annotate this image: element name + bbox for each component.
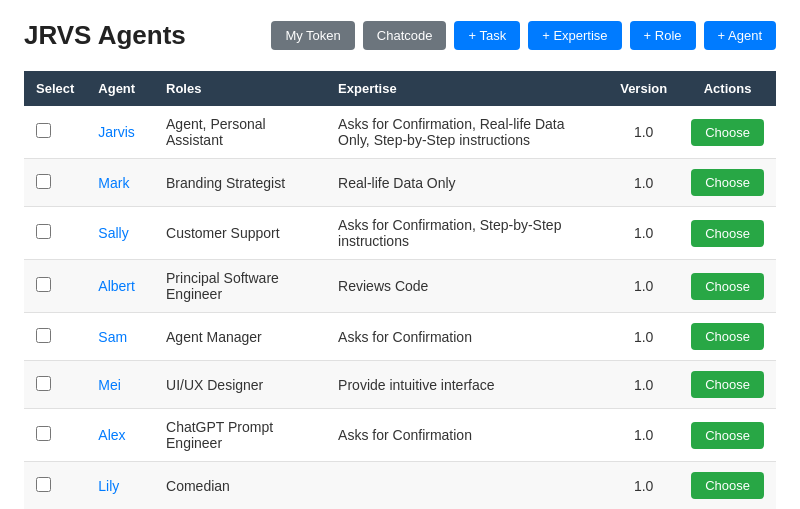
agent-expertise-6: Asks for Confirmation [326,409,608,462]
table-row: Alex ChatGPT Prompt Engineer Asks for Co… [24,409,776,462]
col-header-actions: Actions [679,71,776,106]
row-checkbox-4[interactable] [36,328,51,343]
agent-expertise-7 [326,462,608,510]
add-expertise-button[interactable]: + Expertise [528,21,621,50]
agent-version-5: 1.0 [608,361,679,409]
page-title: JRVS Agents [24,20,186,51]
choose-button-3[interactable]: Choose [691,273,764,300]
col-header-select: Select [24,71,86,106]
agent-version-7: 1.0 [608,462,679,510]
page-container: JRVS Agents My Token Chatcode + Task + E… [0,0,800,509]
table-row: Albert Principal Software Engineer Revie… [24,260,776,313]
row-checkbox-2[interactable] [36,224,51,239]
choose-button-6[interactable]: Choose [691,422,764,449]
agent-name-2: Sally [98,225,128,241]
agent-roles-2: Customer Support [154,207,326,260]
agent-name-0: Jarvis [98,124,135,140]
table-row: Jarvis Agent, Personal Assistant Asks fo… [24,106,776,159]
table-header-row: Select Agent Roles Expertise Version Act… [24,71,776,106]
col-header-agent: Agent [86,71,154,106]
row-checkbox-3[interactable] [36,277,51,292]
table-row: Mei UI/UX Designer Provide intuitive int… [24,361,776,409]
chatcode-button[interactable]: Chatcode [363,21,447,50]
agent-roles-5: UI/UX Designer [154,361,326,409]
agent-name-7: Lily [98,478,119,494]
col-header-roles: Roles [154,71,326,106]
agent-name-1: Mark [98,175,129,191]
header-buttons: My Token Chatcode + Task + Expertise + R… [271,21,776,50]
agent-roles-7: Comedian [154,462,326,510]
agent-version-0: 1.0 [608,106,679,159]
choose-button-0[interactable]: Choose [691,119,764,146]
agent-expertise-2: Asks for Confirmation, Step-by-Step inst… [326,207,608,260]
agent-version-1: 1.0 [608,159,679,207]
agent-roles-6: ChatGPT Prompt Engineer [154,409,326,462]
agent-version-6: 1.0 [608,409,679,462]
agent-name-5: Mei [98,377,121,393]
row-checkbox-0[interactable] [36,123,51,138]
my-token-button[interactable]: My Token [271,21,354,50]
agent-name-6: Alex [98,427,125,443]
agent-roles-3: Principal Software Engineer [154,260,326,313]
add-agent-button[interactable]: + Agent [704,21,776,50]
agent-roles-0: Agent, Personal Assistant [154,106,326,159]
agent-expertise-1: Real-life Data Only [326,159,608,207]
row-checkbox-7[interactable] [36,477,51,492]
table-row: Sam Agent Manager Asks for Confirmation … [24,313,776,361]
col-header-version: Version [608,71,679,106]
agent-expertise-3: Reviews Code [326,260,608,313]
row-checkbox-5[interactable] [36,376,51,391]
choose-button-2[interactable]: Choose [691,220,764,247]
add-role-button[interactable]: + Role [630,21,696,50]
header: JRVS Agents My Token Chatcode + Task + E… [24,20,776,51]
agent-expertise-5: Provide intuitive interface [326,361,608,409]
row-checkbox-6[interactable] [36,426,51,441]
choose-button-1[interactable]: Choose [691,169,764,196]
agent-expertise-4: Asks for Confirmation [326,313,608,361]
choose-button-7[interactable]: Choose [691,472,764,499]
table-row: Sally Customer Support Asks for Confirma… [24,207,776,260]
agent-version-2: 1.0 [608,207,679,260]
choose-button-4[interactable]: Choose [691,323,764,350]
agent-version-3: 1.0 [608,260,679,313]
agent-version-4: 1.0 [608,313,679,361]
table-row: Mark Branding Strategist Real-life Data … [24,159,776,207]
table-row: Lily Comedian 1.0 Choose [24,462,776,510]
row-checkbox-1[interactable] [36,174,51,189]
agent-name-4: Sam [98,329,127,345]
col-header-expertise: Expertise [326,71,608,106]
agent-roles-4: Agent Manager [154,313,326,361]
choose-button-5[interactable]: Choose [691,371,764,398]
agents-table: Select Agent Roles Expertise Version Act… [24,71,776,509]
agent-roles-1: Branding Strategist [154,159,326,207]
agent-name-3: Albert [98,278,135,294]
add-task-button[interactable]: + Task [454,21,520,50]
agent-expertise-0: Asks for Confirmation, Real-life Data On… [326,106,608,159]
